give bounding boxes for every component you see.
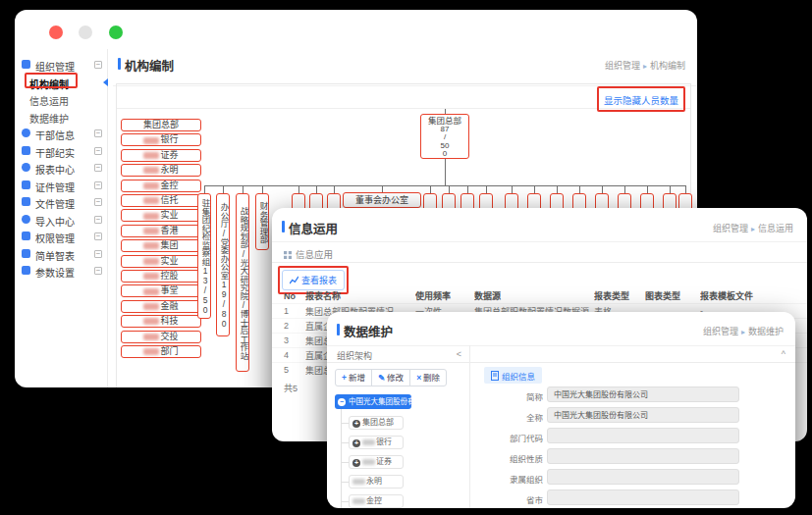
修改-button[interactable]: ✎修改 [371,369,410,386]
sidebar-item-干部纪实[interactable]: 干部纪实− [15,143,108,160]
field-input-省市[interactable] [547,489,739,505]
sidebar-item-报表中心[interactable]: 报表中心− [15,160,108,177]
org-root-node[interactable]: 集团总部87/500 [420,114,469,159]
tree-root-node[interactable]: 中国光大集团股份有限公司− [335,394,411,409]
org-list-item[interactable]: 香港 [121,225,201,237]
desktop: 组织管理−机构编制信息运用数据维护干部信息−干部纪实−报表中心−证件管理−文件管… [0,0,812,515]
org-list-item[interactable]: 金控 [121,180,201,192]
expand-node-icon[interactable]: + [352,439,360,447]
tree-connector-line [341,482,349,483]
connector-line [670,185,671,193]
org-list-item[interactable]: 事堂 [121,284,201,297]
minimize-window-button[interactable] [79,26,92,39]
breadcrumb-item[interactable]: 机构编制 [650,61,685,71]
sidebar-item-参数设置[interactable]: 参数设置− [15,263,108,280]
sidebar-item-干部信息[interactable]: 干部信息− [15,126,108,142]
show-hidden-count-button[interactable]: 显示隐藏人员数量 [604,95,678,106]
expander-icon[interactable]: − [94,129,102,137]
settings-icon [22,266,30,275]
删除-button[interactable]: ×删除 [409,369,447,386]
expander-icon[interactable]: − [94,198,102,206]
org-node[interactable]: 财务管理部 [255,193,269,250]
sidebar-item-数据维护[interactable]: 数据维护 [15,109,108,126]
tree-button-group: +新增✎修改×删除 [335,369,447,386]
org-list-item[interactable]: 证券 [121,149,201,162]
tree-item[interactable]: +证券 [349,455,404,469]
column-header: 数据源 [474,289,594,302]
sidebar-item-信息运用[interactable]: 信息运用 [15,91,108,108]
新增-button[interactable]: +新增 [335,369,372,386]
sidebar-item-组织管理[interactable]: 组织管理− [15,57,108,74]
org-list-item[interactable]: 集团总部 [121,119,201,131]
redacted-text [143,273,159,280]
tree-item[interactable]: 金控 [349,494,404,508]
collapse-left-icon[interactable]: < [457,349,461,359]
expander-icon[interactable]: − [94,181,102,189]
tree-item[interactable]: +集团总部 [349,416,404,430]
expander-icon[interactable]: − [94,147,102,155]
org-node[interactable]: 驻集团纪检监察组13/50 [197,193,211,319]
expander-icon[interactable]: − [94,232,102,240]
org-node[interactable]: 董事会办公室 [343,192,421,208]
cadre-record-icon [22,146,30,155]
expander-icon[interactable]: − [94,216,102,224]
org-list-item[interactable]: 银行 [121,133,201,146]
org-list-item[interactable]: 实业 [121,209,201,222]
org-list-item[interactable]: 信托 [121,194,201,207]
field-input-部门代码[interactable] [547,428,739,443]
sidebar-item-label: 组织管理 [35,59,75,74]
tree-connector-line [341,462,349,463]
expand-node-icon[interactable]: + [352,459,360,467]
field-label: 省市 [474,493,543,505]
breadcrumb-item[interactable]: 组织管理 [703,327,738,336]
breadcrumb-arrow-icon: ▸ [640,62,650,71]
org-list-item[interactable]: 部门 [121,345,201,358]
field-input-隶属组织[interactable] [547,469,739,485]
org-list-item[interactable]: 金融 [121,300,201,313]
column-header: 报表类型 [594,289,645,302]
expander-icon[interactable]: − [94,164,102,172]
sidebar-item-简单智表[interactable]: 简单智表− [15,246,108,263]
form-field-row: 全称中国光大集团股份有限公司 [470,407,795,424]
field-input-简称[interactable]: 中国光大集团股份有限公司 [547,386,739,402]
org-list-item[interactable]: 控股 [121,270,201,283]
column-header: 图表类型 [645,289,700,302]
org-list-item[interactable]: 永明 [121,164,201,177]
org-list-item[interactable]: 科技 [121,315,201,328]
org-node[interactable]: 战略规划部/光大研究院/博士后工作站 [236,193,249,372]
expander-icon[interactable]: − [94,250,102,258]
breadcrumb-item[interactable]: 组织管理 [605,61,640,71]
breadcrumb-item[interactable]: 信息运用 [758,224,793,233]
org-node[interactable]: 办公厅/党委办公室19/80 [216,193,230,336]
sidebar-item-权限管理[interactable]: 权限管理− [15,229,108,245]
breadcrumb-item[interactable]: 数据维护 [748,327,784,336]
expander-icon[interactable]: − [94,61,102,69]
sidebar: 组织管理−机构编制信息运用数据维护干部信息−干部纪实−报表中心−证件管理−文件管… [15,49,108,387]
field-input-组织性质[interactable] [547,448,739,464]
title-accent-bar [282,221,285,232]
close-window-button[interactable] [49,26,63,39]
sidebar-item-文件管理[interactable]: 文件管理− [15,194,108,211]
sidebar-item-导入中心[interactable]: 导入中心− [15,212,108,229]
breadcrumb-item[interactable]: 组织管理 [713,224,748,233]
sidebar-item-证件管理[interactable]: 证件管理− [15,178,108,194]
view-report-button[interactable]: 查看报表 [282,270,345,290]
field-input-全称[interactable]: 中国光大集团股份有限公司 [547,407,739,423]
tree-item[interactable]: 永明 [349,475,404,489]
connector-line [445,109,446,114]
title-accent-bar [337,324,340,335]
org-list-item[interactable]: 集团 [121,239,201,252]
tree-item[interactable]: +银行 [349,436,404,449]
expander-icon[interactable]: − [94,267,102,275]
collapse-node-icon[interactable]: − [338,398,346,406]
org-list-item[interactable]: 实业 [121,255,201,268]
report-center-icon [22,163,30,172]
sidebar-item-机构编制[interactable]: 机构编制 [15,75,108,91]
grid-icon [284,251,292,259]
expand-node-icon[interactable]: + [352,420,360,428]
org-list-item[interactable]: 交投 [121,331,201,343]
collapse-up-icon[interactable]: ^ [782,349,785,359]
zoom-window-button[interactable] [109,26,123,39]
connector-line [512,185,513,193]
tab-org-info[interactable]: 组织信息 [484,367,542,384]
